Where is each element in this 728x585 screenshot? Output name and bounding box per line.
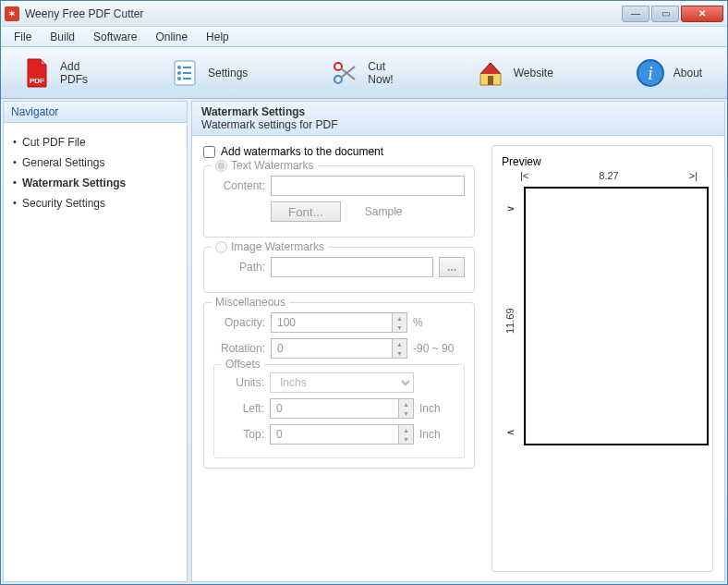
toolbar: PDF Add PDFs Settings Cut Now! Website i…	[1, 47, 727, 99]
window-title: Weeny Free PDF Cutter	[25, 7, 622, 20]
text-watermarks-legend: Text Watermarks	[212, 159, 318, 172]
content: Add watermarks to the document Text Wate…	[192, 136, 724, 581]
panel-header: Watermark Settings Watermark settings fo…	[192, 102, 724, 136]
svg-text:PDF: PDF	[30, 77, 44, 85]
nav-watermark-settings[interactable]: Watermark Settings	[9, 173, 181, 193]
left-label: Left:	[222, 402, 264, 415]
navigator-panel: Navigator Cut PDF File General Settings …	[3, 101, 188, 582]
opacity-input[interactable]	[271, 312, 407, 333]
svg-point-6	[177, 77, 181, 80]
svg-point-2	[177, 66, 181, 69]
ruler-right-mark: >|	[689, 170, 698, 181]
opacity-suffix: %	[413, 316, 465, 329]
top-input[interactable]	[270, 424, 414, 445]
navigator-list: Cut PDF File General Settings Watermark …	[4, 123, 187, 223]
app-icon: ✶	[5, 6, 19, 21]
scissors-icon	[329, 57, 360, 89]
font-button[interactable]: Font...	[271, 201, 341, 222]
menu-online[interactable]: Online	[148, 29, 195, 45]
panel-title: Watermark Settings	[201, 105, 715, 118]
left-suffix: Inch	[419, 402, 456, 415]
preview-legend: Preview	[502, 155, 703, 168]
toolbar-settings[interactable]: Settings	[156, 54, 261, 92]
misc-legend: Miscellaneous	[212, 296, 289, 309]
svg-text:i: i	[648, 63, 653, 83]
rotation-spinner[interactable]: ▲▼	[392, 339, 406, 358]
preview-height: 11.69	[504, 308, 516, 334]
menubar: File Build Software Online Help	[1, 27, 727, 47]
image-watermarks-radio[interactable]	[215, 241, 227, 253]
toolbar-about[interactable]: i About	[622, 54, 715, 92]
body: Navigator Cut PDF File General Settings …	[1, 99, 727, 584]
menu-file[interactable]: File	[6, 29, 39, 45]
preview-area: |< 8.27 >| ∧ 11.69 ∨	[502, 168, 703, 445]
app-window: ✶ Weeny Free PDF Cutter — ▭ ✕ File Build…	[0, 0, 728, 585]
navigator-header: Navigator	[4, 102, 187, 123]
menu-build[interactable]: Build	[42, 29, 82, 45]
titlebar: ✶ Weeny Free PDF Cutter — ▭ ✕	[1, 1, 727, 27]
top-label: Top:	[222, 428, 264, 441]
path-label: Path:	[213, 261, 265, 274]
preview-group: Preview |< 8.27 >| ∧ 11.69 ∨	[491, 145, 713, 572]
settings-icon	[169, 57, 200, 89]
nav-cut-pdf[interactable]: Cut PDF File	[9, 132, 181, 152]
toolbar-label: Cut Now!	[368, 60, 393, 86]
misc-group: Miscellaneous Opacity: ▲▼ % Rotation:	[203, 302, 475, 469]
units-select[interactable]: Inchs	[270, 372, 414, 393]
svg-rect-12	[488, 76, 493, 85]
minimize-button[interactable]: —	[622, 6, 649, 22]
toolbar-website[interactable]: Website	[462, 54, 566, 92]
ruler-top-mark: ∧	[504, 429, 516, 436]
maximize-button[interactable]: ▭	[651, 6, 679, 22]
ruler-vertical: ∧ 11.69 ∨	[504, 205, 516, 436]
content-label: Content:	[213, 179, 265, 192]
text-watermarks-group: Text Watermarks Content: Font... Sample	[203, 165, 475, 238]
ruler-horizontal: |< 8.27 >|	[520, 170, 698, 181]
toolbar-cut[interactable]: Cut Now!	[316, 54, 406, 92]
rotation-label: Rotation:	[213, 342, 265, 355]
svg-point-4	[177, 71, 181, 75]
browse-button[interactable]: ...	[439, 257, 465, 277]
image-watermarks-legend-label: Image Watermarks	[231, 240, 324, 253]
rotation-input[interactable]	[271, 338, 407, 359]
text-watermarks-legend-label: Text Watermarks	[231, 159, 314, 172]
image-watermarks-legend: Image Watermarks	[212, 240, 328, 253]
preview-page	[524, 187, 709, 445]
nav-general-settings[interactable]: General Settings	[9, 152, 181, 173]
house-icon	[475, 57, 506, 89]
toolbar-label: Add PDFs	[60, 60, 88, 86]
top-suffix: Inch	[419, 428, 456, 441]
svg-line-10	[341, 68, 355, 79]
main-panel: Watermark Settings Watermark settings fo…	[191, 101, 725, 582]
window-controls: — ▭ ✕	[622, 6, 723, 22]
close-button[interactable]: ✕	[681, 6, 723, 22]
add-watermark-row: Add watermarks to the document	[203, 145, 475, 158]
opacity-label: Opacity:	[213, 316, 265, 329]
text-watermarks-radio[interactable]	[215, 160, 227, 172]
menu-software[interactable]: Software	[86, 29, 144, 45]
toolbar-add-pdfs[interactable]: PDF Add PDFs	[8, 54, 101, 92]
sample-label: Sample	[365, 205, 403, 218]
settings-column: Add watermarks to the document Text Wate…	[203, 145, 475, 572]
add-watermark-checkbox[interactable]	[203, 146, 215, 158]
info-icon: i	[635, 57, 666, 89]
nav-security-settings[interactable]: Security Settings	[9, 193, 181, 213]
ruler-left-mark: |<	[520, 170, 528, 181]
svg-line-11	[341, 67, 355, 78]
path-input[interactable]	[271, 257, 433, 277]
content-input[interactable]	[271, 176, 465, 196]
left-input[interactable]	[270, 398, 414, 419]
ruler-bottom-mark: ∨	[504, 205, 516, 213]
rotation-suffix: -90 ~ 90	[413, 342, 465, 355]
offsets-group: Offsets Units: Inchs Left:	[213, 364, 465, 458]
menu-help[interactable]: Help	[199, 29, 237, 45]
top-spinner[interactable]: ▲▼	[398, 425, 413, 444]
opacity-spinner[interactable]: ▲▼	[392, 313, 406, 332]
offsets-legend: Offsets	[222, 358, 264, 371]
preview-width: 8.27	[599, 170, 618, 181]
toolbar-label: Settings	[208, 67, 248, 79]
units-label: Units:	[222, 376, 264, 389]
add-watermark-label: Add watermarks to the document	[221, 145, 383, 158]
pdf-icon: PDF	[21, 57, 53, 89]
left-spinner[interactable]: ▲▼	[398, 399, 413, 418]
